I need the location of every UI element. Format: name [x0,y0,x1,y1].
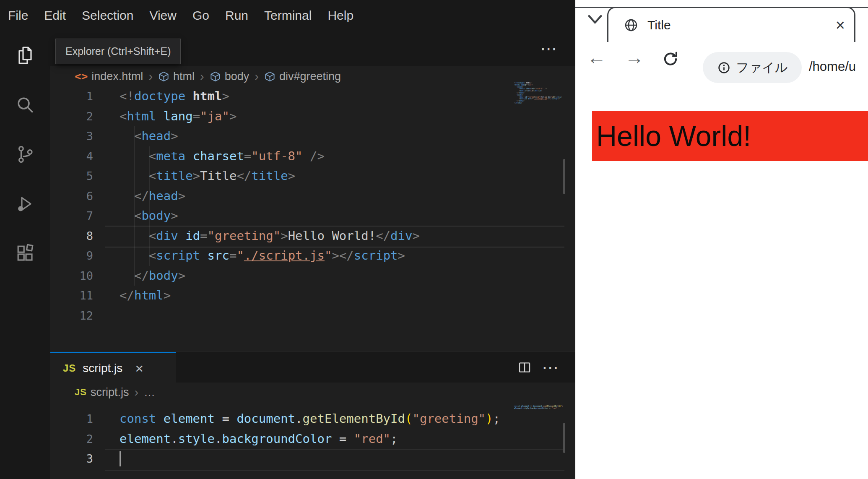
split-editor-button[interactable] [517,352,532,383]
chevron-right-icon: › [200,70,204,83]
reload-button[interactable] [662,50,679,70]
address-url[interactable]: /home/u [809,59,856,74]
close-tab-button[interactable]: × [836,17,845,33]
panel-more-actions-button[interactable]: ⋯ [542,352,559,383]
code-line[interactable]: 1const element = document.getElementById… [50,409,575,429]
line-number: 3 [50,449,93,469]
code-line[interactable]: 2<html lang="ja"> [50,107,575,127]
breadcrumb-item-index-html[interactable]: <>index.html [75,70,143,83]
menu-terminal[interactable]: Terminal [256,0,320,31]
minimap[interactable]: <!doctype html><html lang="ja"> <head> <… [514,82,563,105]
html-file-icon: <> [75,70,88,83]
line-number: 3 [50,126,93,146]
code-line[interactable]: 9 <script src="./script.js"></script> [50,246,575,266]
breadcrumb-item-html[interactable]: html [158,70,195,83]
breadcrumb-item-div-greeting[interactable]: div#greeting [264,70,341,83]
code-line[interactable]: 4 <meta charset="utf-8" /> [50,146,575,167]
line-number: 10 [50,266,93,286]
menu-help[interactable]: Help [320,0,361,31]
menu-edit[interactable]: Edit [36,0,74,31]
scrollbar[interactable] [563,423,565,453]
breadcrumb: JSscript.js›… [50,383,575,402]
back-button[interactable]: ← [587,46,606,69]
cube-icon [158,71,169,82]
tab-list-chevron-button[interactable] [587,14,603,26]
menu-selection[interactable]: Selection [74,0,141,31]
globe-icon [624,18,639,33]
page-heading-bar: Hello World! [592,111,868,161]
file-scheme-chip[interactable]: ファイル [703,52,802,83]
code-line[interactable]: 8 <div id="greeting">Hello World!</div> [50,226,575,246]
code-line[interactable]: 10 </body> [50,266,575,286]
panel-tab-strip: JS script.js × ⋯ [50,351,575,383]
code-line[interactable]: 12 [50,306,575,326]
minimap[interactable]: const element = document.getElementById(… [514,405,563,412]
breadcrumb: <>index.html›html›body›div#greeting [50,66,575,86]
vscode-window: FileEditSelectionViewGoRunTerminalHelp ⋯… [0,0,575,479]
code-line[interactable]: 5 <title>Title</title> [50,166,575,186]
activity-extensions-icon[interactable] [0,229,50,278]
menu-run[interactable]: Run [217,0,256,31]
menu-go[interactable]: Go [185,0,217,31]
scrollbar[interactable] [563,159,565,194]
editor-more-actions-button[interactable]: ⋯ [540,31,557,66]
code-line[interactable]: 3 <head> [50,126,575,146]
code-line[interactable]: 1<!doctype html> [50,86,575,107]
breadcrumb-item-body[interactable]: body [210,70,249,83]
tab-label: script.js [83,362,122,375]
menu-file[interactable]: File [0,0,36,31]
line-number: 9 [50,246,93,266]
activity-source-control-icon[interactable] [0,130,50,179]
chevron-right-icon: › [255,70,259,83]
html-editor[interactable]: 1<!doctype html>2<html lang="ja">3 <head… [50,86,575,325]
chevron-right-icon: › [148,70,153,83]
page-heading: Hello World! [592,120,751,152]
code-line[interactable]: 3 [50,449,575,469]
line-number: 2 [50,429,93,449]
js-icon: JS [63,362,76,374]
tab-title: Title [647,18,671,32]
cube-icon [264,71,275,82]
line-number: 11 [50,286,93,306]
js-icon: JS [75,387,87,398]
close-tab-button[interactable]: × [135,361,143,375]
text-cursor [120,451,121,466]
activity-bar [0,31,50,479]
line-number: 7 [50,206,93,226]
activity-run-debug-icon[interactable] [0,179,50,229]
line-number: 1 [50,409,93,429]
js-editor[interactable]: 1const element = document.getElementById… [50,409,575,469]
explorer-tooltip: Explorer (Ctrl+Shift+E) [55,39,181,64]
code-line[interactable]: 11</html> [50,286,575,306]
code-line[interactable]: 6 </head> [50,186,575,206]
line-number: 2 [50,107,93,127]
menu-bar: FileEditSelectionViewGoRunTerminalHelp [0,0,575,31]
code-line[interactable]: 7 <body> [50,206,575,226]
browser-tab[interactable]: Title × [607,7,855,42]
line-number: 6 [50,186,93,206]
tab-script-js[interactable]: JS script.js × [50,352,176,383]
editor-region: ⋯ <>index.html›html›body›div#greeting 1<… [50,31,575,479]
activity-explorer-icon[interactable] [0,31,50,80]
breadcrumb-item-script-js[interactable]: JSscript.js [75,386,129,399]
cube-icon [210,71,221,82]
screenshot: FileEditSelectionViewGoRunTerminalHelp ⋯… [0,0,868,479]
menu-view[interactable]: View [141,0,184,31]
chip-label: ファイル [736,59,788,76]
forward-button[interactable]: → [625,46,644,69]
activity-search-icon[interactable] [0,80,50,130]
browser-window: Title × ← → ファイル /home/u Hello World! [575,0,868,479]
info-icon [717,61,731,75]
line-number: 12 [50,306,93,326]
chevron-right-icon: › [134,385,138,399]
breadcrumb-item--[interactable]: … [144,386,155,399]
line-number: 4 [50,146,93,167]
code-line[interactable]: 2element.style.backgroundColor = "red"; [50,429,575,449]
line-number: 1 [50,86,93,107]
line-number: 5 [50,166,93,186]
line-number: 8 [50,226,93,246]
